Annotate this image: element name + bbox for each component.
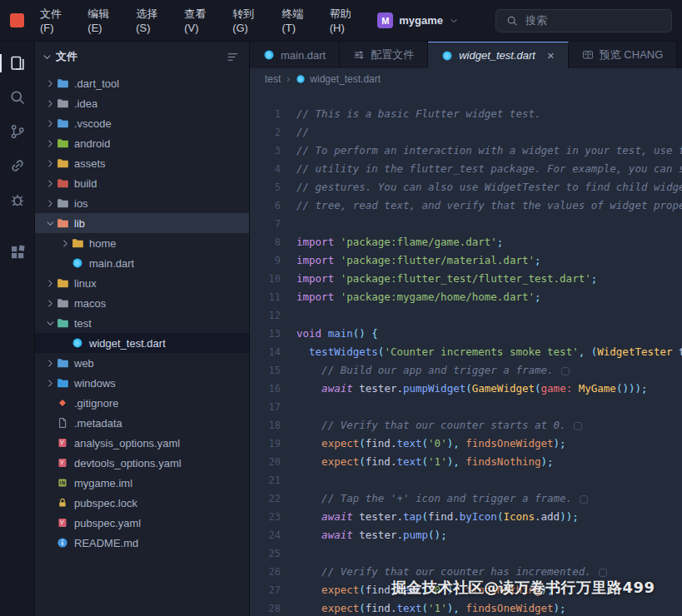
tree-item-.metadata[interactable]: .metadata	[35, 413, 249, 433]
tree-item-pubspec.lock[interactable]: pubspec.lock	[35, 493, 249, 513]
tree-item-windows[interactable]: windows	[35, 373, 249, 393]
tree-item-.dart_tool[interactable]: .dart_tool	[35, 73, 249, 93]
line-content: testWidgets('Counter increments smoke te…	[296, 343, 682, 361]
line-number: 6	[250, 196, 296, 215]
code-token: '1'	[428, 455, 447, 468]
code-token: void	[296, 327, 321, 340]
code-token: 'Counter increments smoke test'	[384, 345, 578, 358]
extensions-icon[interactable]	[7, 242, 27, 262]
menu-item[interactable]: 文件(F)	[32, 2, 78, 38]
line-number: 2	[250, 123, 296, 142]
code-token: ;	[535, 254, 541, 266]
code-token: (	[359, 455, 366, 468]
folder-icon	[57, 77, 74, 90]
code-token	[296, 345, 309, 358]
tree-item-main.dart[interactable]: main.dart	[35, 253, 249, 273]
tree-item-.vscode[interactable]: .vscode	[35, 113, 249, 133]
line-number: 19	[250, 435, 296, 453]
tree-item-assets[interactable]: assets	[35, 153, 249, 173]
inline-hint-icon	[580, 495, 588, 504]
tree-item-ios[interactable]: ios	[35, 193, 249, 213]
code-token: );	[541, 455, 554, 468]
tab-widget_test.dart[interactable]: widget_test.dart×	[428, 42, 569, 68]
code-token: ),	[447, 455, 466, 468]
chevron-right-icon	[43, 77, 57, 90]
code-line: 13void main() {	[250, 325, 682, 343]
chevron-right-icon	[43, 196, 57, 210]
code-token	[334, 272, 341, 285]
menu-item[interactable]: 帮助(H)	[322, 2, 370, 38]
editor-code[interactable]: 1// This is a basic Flutter widget test.…	[250, 90, 682, 616]
menu-item[interactable]: 编辑(E)	[80, 2, 127, 38]
tree-item-test[interactable]: test	[35, 313, 249, 333]
code-token: Icons	[503, 510, 535, 523]
folder-icon	[57, 97, 74, 110]
tree-item-home[interactable]: home	[35, 233, 249, 253]
tree-item-lib[interactable]: lib	[35, 213, 249, 233]
code-token	[334, 291, 341, 303]
section-actions-icon[interactable]	[227, 51, 239, 63]
code-token	[296, 492, 321, 504]
link-icon[interactable]	[7, 156, 27, 176]
line-content: import 'package:flutter_test/flutter_tes…	[296, 270, 682, 288]
project-selector[interactable]: M mygame	[377, 12, 459, 28]
code-token: '1'	[428, 602, 447, 614]
dart-icon	[441, 50, 453, 62]
tree-item-label: assets	[74, 157, 106, 170]
tree-item-devtools_options.yaml[interactable]: devtools_options.yaml	[35, 453, 249, 473]
tree-item-pubspec.yaml[interactable]: pubspec.yaml	[35, 513, 249, 533]
breadcrumb-item[interactable]: test	[265, 73, 281, 85]
line-number: 5	[250, 178, 296, 196]
app-logo-icon	[10, 13, 24, 27]
code-token	[296, 455, 321, 468]
debug-icon[interactable]	[7, 190, 27, 210]
tree-item-android[interactable]: android	[35, 133, 249, 153]
tab-main.dart[interactable]: main.dart	[250, 42, 340, 68]
menu-item[interactable]: 终端(T)	[274, 2, 320, 38]
explorer-icon[interactable]	[7, 53, 27, 73]
tree-item-.gitignore[interactable]: .gitignore	[35, 393, 249, 413]
tree-item-label: pubspec.yaml	[74, 517, 141, 529]
menu-item[interactable]: 选择(S)	[128, 2, 175, 38]
tab-预览 CHANG[interactable]: 预览 CHANG	[569, 42, 678, 68]
search-icon[interactable]	[7, 87, 27, 107]
code-token: // Verify that our counter starts at 0.	[321, 419, 566, 431]
close-icon[interactable]: ×	[547, 49, 555, 62]
chevron-right-icon	[58, 236, 72, 250]
tree-item-web[interactable]: web	[35, 353, 249, 373]
tree-item-label: home	[89, 237, 117, 250]
tab-配置文件[interactable]: 配置文件	[340, 42, 428, 68]
code-token	[296, 565, 321, 578]
tab-bar: main.dart配置文件widget_test.dart×预览 CHANG	[250, 42, 682, 68]
code-token	[321, 327, 328, 340]
sidebar-header[interactable]: 文件	[35, 42, 249, 72]
tree-item-widget_test.dart[interactable]: widget_test.dart	[35, 333, 249, 353]
menu-item[interactable]: 查看(V)	[177, 2, 223, 38]
tree-item-linux[interactable]: linux	[35, 273, 249, 293]
tree-item-build[interactable]: build	[35, 173, 249, 193]
tree-item-README.md[interactable]: README.md	[35, 533, 249, 553]
breadcrumb-item[interactable]: widget_test.dart	[296, 73, 381, 85]
code-token: (	[359, 602, 366, 614]
dart-icon	[263, 49, 275, 61]
search-input[interactable]: 搜索	[495, 9, 672, 32]
tree-item-label: .idea	[74, 97, 97, 110]
source-control-icon[interactable]	[7, 122, 27, 142]
code-token: import	[296, 236, 334, 248]
code-token: testWidgets	[309, 345, 378, 358]
tree-item-.idea[interactable]: .idea	[35, 93, 249, 113]
menu-item[interactable]: 转到(G)	[225, 2, 272, 38]
tree-item-macos[interactable]: macos	[35, 293, 249, 313]
titlebar-right: M mygame 搜索	[377, 9, 672, 32]
tree-item-analysis_options.yaml[interactable]: analysis_options.yaml	[35, 433, 249, 453]
tree-item-label: mygame.iml	[74, 477, 132, 489]
line-number: 25	[250, 544, 296, 563]
folder-icon	[57, 296, 74, 310]
tree-item-mygame.iml[interactable]: mygame.iml	[35, 473, 249, 493]
code-token	[296, 602, 321, 614]
folder-icon	[57, 376, 74, 390]
chevron-right-icon	[43, 176, 57, 190]
code-token: 'package:flame/game.dart'	[341, 236, 497, 248]
code-token: text	[396, 437, 421, 450]
code-token: find.	[428, 510, 460, 523]
